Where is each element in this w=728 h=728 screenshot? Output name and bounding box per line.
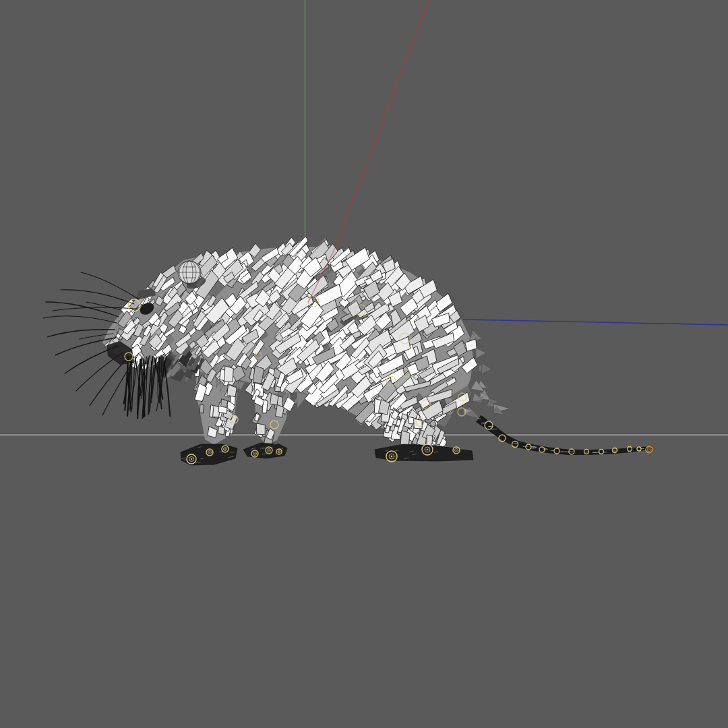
viewport-canvas[interactable] — [0, 0, 728, 728]
viewport-3d[interactable] — [0, 0, 728, 728]
ground-horizon-line — [0, 433, 728, 436]
